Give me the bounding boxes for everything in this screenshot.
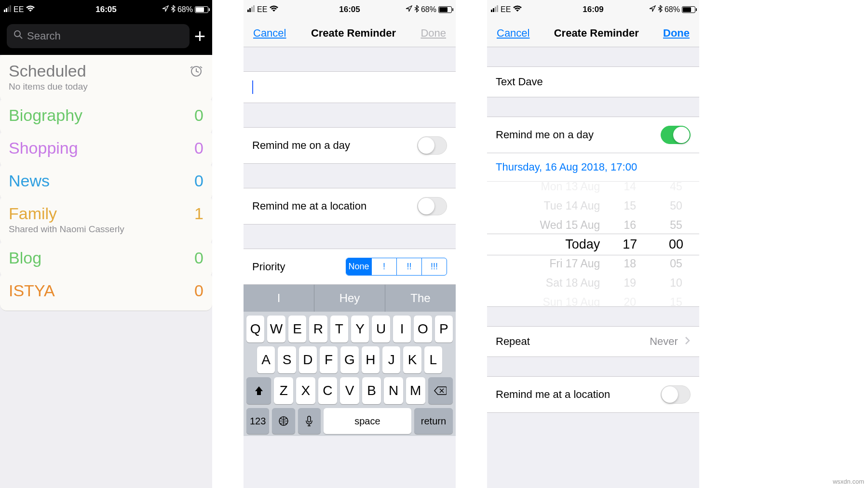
remind-day-row[interactable]: Remind me on a day	[244, 127, 456, 164]
list-name: News	[9, 171, 50, 190]
key-x[interactable]: X	[296, 377, 315, 404]
key-123[interactable]: 123	[246, 408, 269, 434]
key-z[interactable]: Z	[274, 377, 293, 404]
cellular-icon	[247, 5, 255, 14]
key-o[interactable]: O	[414, 316, 432, 343]
priority-none[interactable]: None	[346, 258, 371, 275]
key-u[interactable]: U	[372, 316, 390, 343]
picker-item[interactable]: Mon 13 Aug	[541, 182, 600, 196]
location-icon	[162, 5, 169, 14]
list-card[interactable]: ISTYA 0	[0, 275, 212, 311]
list-card[interactable]: Shopping 0	[0, 132, 212, 169]
key-f[interactable]: F	[320, 346, 338, 373]
key-n[interactable]: N	[384, 377, 403, 404]
remind-location-row[interactable]: Remind me at a location	[244, 188, 456, 224]
phone-create-reminder-empty: EE 16:05 68% Cancel Create Reminder Done…	[244, 0, 456, 488]
key-g[interactable]: G	[340, 346, 358, 373]
key-s[interactable]: S	[278, 346, 296, 373]
scheduled-card[interactable]: Scheduled No items due today	[0, 55, 212, 103]
key-k[interactable]: K	[403, 346, 421, 373]
shift-key[interactable]	[246, 377, 271, 404]
remind-day-toggle[interactable]	[661, 126, 691, 144]
picker-item[interactable]: 19	[624, 273, 636, 292]
key-c[interactable]: C	[318, 377, 338, 404]
remind-day-label: Remind me on a day	[252, 139, 350, 152]
suggestion[interactable]: Hey	[314, 285, 385, 312]
battery-icon	[195, 6, 208, 13]
done-button[interactable]: Done	[663, 27, 690, 40]
picker-item[interactable]: 18	[624, 254, 636, 273]
picker-item[interactable]: 16	[624, 215, 636, 235]
separator	[487, 47, 699, 66]
priority-high[interactable]: !!!	[421, 258, 447, 275]
key-p[interactable]: P	[435, 316, 453, 343]
globe-key[interactable]	[272, 408, 295, 434]
picker-item[interactable]: 55	[670, 215, 682, 235]
picker-item[interactable]: 15	[670, 292, 682, 307]
cancel-button[interactable]: Cancel	[253, 27, 286, 40]
picker-item[interactable]: 45	[670, 182, 682, 196]
nav-bar: Cancel Create Reminder Done	[244, 19, 456, 47]
add-button[interactable]: +	[194, 26, 205, 46]
picker-item[interactable]: 05	[670, 254, 682, 273]
location-icon	[649, 5, 656, 14]
suggestion[interactable]: The	[385, 285, 456, 312]
suggestion[interactable]: I	[244, 285, 314, 312]
picker-item[interactable]: Fri 17 Aug	[550, 254, 600, 273]
key-y[interactable]: Y	[351, 316, 369, 343]
picker-item[interactable]: 17	[623, 235, 637, 254]
key-l[interactable]: L	[424, 346, 442, 373]
cancel-button[interactable]: Cancel	[497, 27, 529, 40]
key-m[interactable]: M	[406, 377, 425, 404]
key-b[interactable]: B	[362, 377, 381, 404]
remind-location-toggle[interactable]	[661, 385, 691, 404]
return-key[interactable]: return	[414, 408, 453, 434]
list-card[interactable]: Blog 0	[0, 242, 212, 278]
reminder-title-input[interactable]	[244, 71, 456, 103]
mic-key[interactable]	[298, 408, 321, 434]
key-t[interactable]: T	[330, 316, 348, 343]
date-picker[interactable]: Mon 13 AugTue 14 AugWed 15 AugTodayFri 1…	[487, 182, 699, 307]
picker-item[interactable]: 00	[669, 235, 683, 254]
key-r[interactable]: R	[309, 316, 327, 343]
key-q[interactable]: Q	[246, 316, 264, 343]
picker-item[interactable]: Sun 19 Aug	[542, 292, 600, 307]
space-key[interactable]: space	[324, 408, 411, 434]
priority-segmented[interactable]: None ! !! !!!	[346, 258, 447, 276]
picker-item[interactable]: 14	[624, 182, 636, 196]
remind-location-row[interactable]: Remind me at a location	[487, 376, 699, 413]
repeat-row[interactable]: Repeat Never	[487, 326, 699, 357]
remind-day-row[interactable]: Remind me on a day	[487, 117, 699, 153]
key-w[interactable]: W	[267, 316, 285, 343]
key-v[interactable]: V	[340, 377, 359, 404]
priority-low[interactable]: !	[371, 258, 396, 275]
search-input[interactable]: Search	[7, 24, 190, 48]
picker-item[interactable]: 15	[624, 196, 636, 215]
reminder-title-input[interactable]: Text Dave	[487, 66, 699, 97]
picker-item[interactable]: Wed 15 Aug	[540, 215, 600, 235]
picker-item[interactable]: 10	[670, 273, 682, 292]
list-count: 1	[194, 204, 203, 223]
key-j[interactable]: J	[382, 346, 400, 373]
picker-item[interactable]: Tue 14 Aug	[544, 196, 600, 215]
backspace-key[interactable]	[428, 377, 453, 404]
done-button[interactable]: Done	[420, 27, 446, 40]
key-i[interactable]: I	[393, 316, 411, 343]
picker-item[interactable]: 50	[670, 196, 682, 215]
list-card[interactable]: News 0	[0, 165, 212, 201]
picker-item[interactable]: Today	[565, 235, 600, 254]
nav-bar: Cancel Create Reminder Done	[487, 19, 699, 47]
priority-med[interactable]: !!	[396, 258, 421, 275]
list-card[interactable]: Biography 0	[0, 99, 212, 136]
list-card[interactable]: Family 1 Shared with Naomi Casserly	[0, 198, 212, 246]
picker-item[interactable]: Sat 18 Aug	[546, 273, 600, 292]
reminder-date-link[interactable]: Thursday, 16 Aug 2018, 17:00	[487, 153, 699, 182]
remind-day-toggle[interactable]	[417, 136, 447, 155]
svg-point-0	[14, 31, 20, 37]
key-h[interactable]: H	[362, 346, 380, 373]
key-e[interactable]: E	[288, 316, 306, 343]
remind-location-toggle[interactable]	[417, 197, 447, 215]
key-a[interactable]: A	[257, 346, 275, 373]
key-d[interactable]: D	[299, 346, 317, 373]
picker-item[interactable]: 20	[624, 292, 636, 307]
